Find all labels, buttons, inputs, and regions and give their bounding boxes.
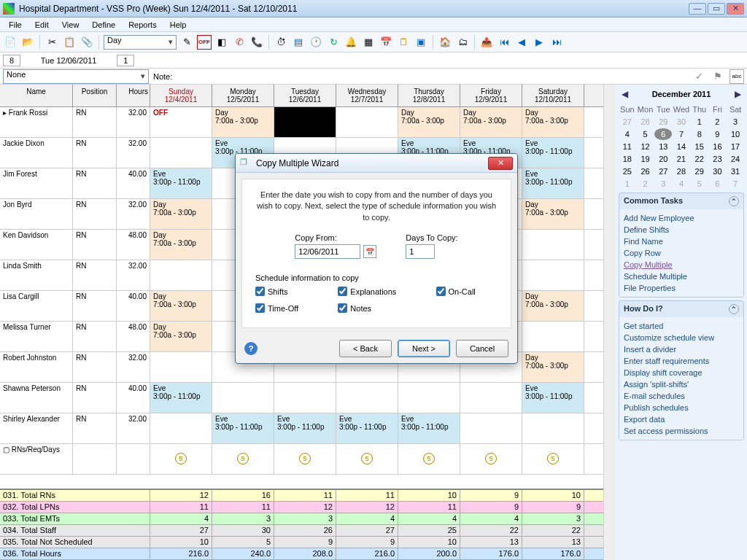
employee-row[interactable]: ▸ Frank Rossi RN 32.00OFFDay 7:00a - 3:0…	[0, 107, 603, 138]
cal-day[interactable]: 4	[619, 128, 636, 140]
shift-cell[interactable]: Eve 3:00p - 11:00p	[274, 413, 336, 443]
folder-icon[interactable]: 🗂	[455, 35, 470, 50]
cell-hours[interactable]: 32.00	[117, 413, 150, 443]
shift-cell[interactable]	[150, 138, 212, 168]
shift-cell[interactable]	[460, 383, 522, 413]
shift-cell[interactable]	[150, 413, 212, 443]
col-wed[interactable]: Wednesday 12/7/2011	[336, 85, 398, 106]
flag-icon[interactable]: ⚑	[711, 69, 725, 84]
edit-icon[interactable]: ✎	[179, 35, 194, 50]
menu-define[interactable]: Define	[86, 19, 121, 31]
cal-day[interactable]: 9	[709, 128, 727, 140]
col-sun[interactable]: Sunday 12/4/2011	[150, 85, 212, 106]
check-explanations[interactable]: Explanations	[338, 287, 418, 296]
col-thu[interactable]: Thursday 12/8/2011	[398, 85, 460, 106]
days-to-copy-input[interactable]	[406, 244, 435, 259]
cal-day[interactable]: 1	[619, 178, 636, 190]
shift-cell[interactable]: Day 7:00a - 3:00p	[460, 107, 522, 137]
cell-name[interactable]: Jon Byrd	[0, 199, 73, 229]
task-link[interactable]: Copy Row	[624, 247, 739, 259]
cell-position[interactable]: RN	[73, 230, 117, 260]
task-link[interactable]: Schedule Multiple	[624, 271, 739, 282]
shift-cell[interactable]: Eve 3:00p - 11:00p	[150, 168, 212, 198]
col-position[interactable]: Position	[73, 85, 117, 106]
shift-cell[interactable]	[150, 260, 212, 290]
task-link[interactable]: Find Name	[624, 236, 739, 247]
col-hours[interactable]: Hours	[117, 85, 150, 106]
cell-position[interactable]: RN	[73, 383, 117, 413]
cal-day[interactable]: 30	[673, 116, 690, 128]
cal-day[interactable]: 2	[709, 116, 727, 128]
help-link[interactable]: Export data	[624, 413, 739, 425]
cell-position[interactable]: RN	[73, 138, 117, 168]
cal-day[interactable]: 5	[691, 178, 708, 190]
shift-cell[interactable]	[522, 322, 584, 351]
shift-cell[interactable]: Eve 3:00p - 11:00p	[522, 168, 584, 198]
cell-position[interactable]: RN	[73, 199, 117, 229]
col-mon[interactable]: Monday 12/5/2011	[212, 85, 274, 106]
menu-edit[interactable]: Edit	[29, 19, 55, 31]
cal-day[interactable]: 6	[709, 178, 727, 190]
menu-help[interactable]: Help	[164, 19, 193, 31]
cal-day[interactable]: 1	[691, 116, 708, 128]
phone2-icon[interactable]: 📞	[249, 35, 264, 50]
col-name[interactable]: Name	[0, 85, 73, 106]
shift-cell[interactable]: Eve 3:00p - 11:00p	[212, 413, 274, 443]
col-sat[interactable]: Saturday 12/10/2011	[522, 85, 584, 106]
shift-cell[interactable]: Day 7:00a - 3:00p	[150, 291, 212, 321]
copy-from-input[interactable]	[295, 244, 360, 259]
export-icon[interactable]: 📤	[479, 35, 494, 50]
cal-prev-icon[interactable]: ◀	[622, 89, 628, 99]
shift-cell[interactable]: Day 7:00a - 3:00p	[522, 199, 584, 229]
shift-cell[interactable]: Day 7:00a - 3:00p	[150, 230, 212, 260]
shift-cell[interactable]: Day 7:00a - 3:00p	[522, 291, 584, 321]
calendar-icon[interactable]: 📅	[379, 35, 393, 50]
cal-day[interactable]: 31	[727, 166, 744, 177]
cell-hours[interactable]: 40.00	[117, 168, 150, 198]
shift-cell[interactable]: Day 7:00a - 3:00p	[150, 199, 212, 229]
shift-cell[interactable]	[398, 383, 460, 413]
refresh-icon[interactable]: ↻	[326, 35, 341, 50]
shift-cell[interactable]: OFF	[150, 107, 212, 137]
next-button[interactable]: Next >	[398, 340, 450, 357]
phone-icon[interactable]: ✆	[232, 35, 247, 50]
cal-day[interactable]: 15	[691, 141, 708, 152]
next-icon[interactable]: ▶	[532, 35, 546, 50]
cell-position[interactable]: RN	[73, 413, 117, 443]
shift-cell[interactable]	[336, 107, 398, 137]
shift-cell[interactable]	[212, 383, 274, 413]
help-link[interactable]: Get started	[624, 320, 739, 332]
shift-cell[interactable]: Day 7:00a - 3:00p	[522, 352, 584, 382]
collapse-icon[interactable]: ⌃	[729, 304, 739, 314]
cell-position[interactable]: RN	[73, 107, 117, 137]
help-link[interactable]: Insert a divider	[624, 343, 739, 355]
cal-day[interactable]: 18	[619, 153, 636, 165]
task-link[interactable]: File Properties	[624, 282, 739, 294]
collapse-icon[interactable]: ⌃	[729, 196, 739, 206]
cancel-button[interactable]: Cancel	[456, 340, 508, 357]
grid-icon[interactable]: ▦	[361, 35, 376, 50]
cell-hours[interactable]: 40.00	[117, 383, 150, 413]
cal-day[interactable]: 14	[673, 141, 690, 152]
cal-day[interactable]: 20	[654, 153, 672, 165]
cal-day[interactable]: 7	[727, 178, 744, 190]
minimize-button[interactable]: —	[689, 3, 706, 15]
sub-box3[interactable]: 1	[117, 55, 134, 66]
shift-cell[interactable]: Day 7:00a - 3:00p	[150, 322, 212, 351]
cal-day[interactable]: 6	[654, 128, 672, 140]
cal-day[interactable]: 7	[673, 128, 690, 140]
check-timeoff[interactable]: Time-Off	[255, 303, 320, 313]
help-link[interactable]: Enter staff requirements	[624, 355, 739, 367]
cell-name[interactable]: Shirley Alexander	[0, 413, 73, 443]
cell-name[interactable]: Ken Davidson	[0, 230, 73, 260]
cal-day[interactable]: 28	[637, 116, 654, 128]
shift-cell[interactable]: Eve 3:00p - 11:00p	[398, 413, 460, 443]
col-tue[interactable]: Tuesday 12/6/2011	[274, 85, 336, 106]
shift-cell[interactable]: Day 7:00a - 3:00p	[522, 107, 584, 137]
shift-cell[interactable]	[460, 413, 522, 443]
abc-icon[interactable]: abc	[729, 69, 744, 84]
menu-reports[interactable]: Reports	[123, 19, 163, 31]
help-link[interactable]: Display shift coverage	[624, 367, 739, 378]
check-icon[interactable]: ✓	[692, 69, 706, 84]
shift-cell[interactable]: Eve 3:00p - 11:00p	[522, 138, 584, 168]
